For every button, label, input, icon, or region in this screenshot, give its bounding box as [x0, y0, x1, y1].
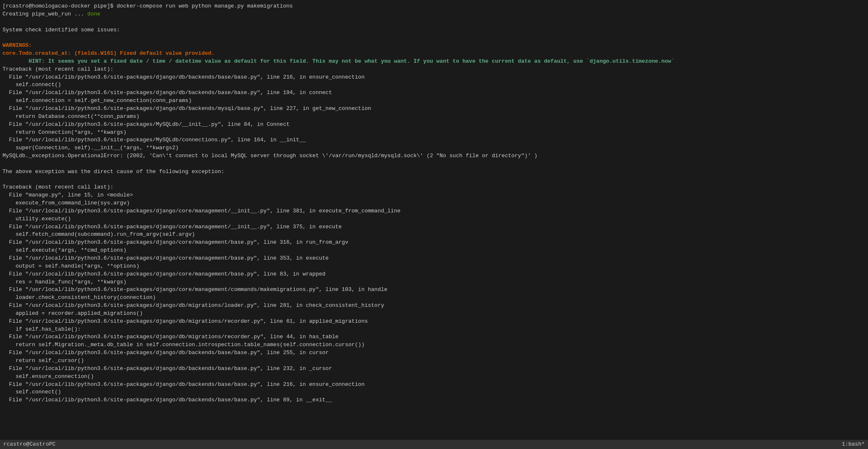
status-right-text: 1:bash*	[842, 441, 865, 449]
tb2-line-21: return self._cursor()	[3, 357, 865, 365]
tb1-line-5: return Database.connect(**conn_params)	[3, 113, 865, 121]
tb2-line-7: self.execute(*args, **cmd_options)	[3, 247, 865, 255]
tb2-line-12: File "/usr/local/lib/python3.6/site-pack…	[3, 286, 865, 294]
creating-plain: Creating pipe_web_run ...	[3, 11, 87, 17]
hint-line: HINT: It seems you set a fixed date / ti…	[3, 58, 865, 66]
tb1-line-2: File "/usr/local/lib/python3.6/site-pack…	[3, 89, 865, 97]
tb2-line-24: File "/usr/local/lib/python3.6/site-pack…	[3, 381, 865, 389]
tb2-line-23: self.ensure_connection()	[3, 373, 865, 381]
tb2-line-5: self.fetch_command(subcommand).run_from_…	[3, 231, 865, 239]
tb1-line-9: super(Connection, self).__init__(*args, …	[3, 144, 865, 152]
warning-field-line: core.Todo.created_at: (fields.W161) Fixe…	[3, 50, 865, 58]
tb2-line-10: File "/usr/local/lib/python3.6/site-pack…	[3, 270, 865, 278]
tb2-line-0: File "manage.py", line 15, in <module>	[3, 191, 865, 199]
tb2-line-1: execute_from_command_line(sys.argv)	[3, 199, 865, 207]
system-check-line: System check identified some issues:	[3, 26, 865, 34]
tb1-line-4: File "/usr/local/lib/python3.6/site-pack…	[3, 105, 865, 113]
tb2-line-13: loader.check_consistent_history(connecti…	[3, 294, 865, 302]
tb2-line-11: res = handle_func(*args, **kwargs)	[3, 278, 865, 286]
blank-line-1	[3, 18, 865, 26]
tb2-line-14: File "/usr/local/lib/python3.6/site-pack…	[3, 302, 865, 310]
traceback2-title: Traceback (most recent call last):	[3, 184, 865, 191]
tb2-line-9: output = self.handle(*args, **options)	[3, 263, 865, 270]
tb2-line-18: File "/usr/local/lib/python3.6/site-pack…	[3, 333, 865, 341]
creating-line: Creating pipe_web_run ... done	[3, 10, 865, 18]
tb2-line-20: File "/usr/local/lib/python3.6/site-pack…	[3, 349, 865, 357]
prompt-text: [rcastro@homologacao-docker pipe]$ docke…	[3, 3, 293, 9]
tb1-line-6: File "/usr/local/lib/python3.6/site-pack…	[3, 121, 865, 129]
above-exception-line: The above exception was the direct cause…	[3, 168, 865, 176]
blank-line-2	[3, 34, 865, 42]
traceback1-title: Traceback (most recent call last):	[3, 66, 865, 74]
tb2-line-2: File "/usr/local/lib/python3.6/site-pack…	[3, 207, 865, 215]
tb2-line-26: File "/usr/local/lib/python3.6/site-pack…	[3, 396, 865, 404]
tb2-line-3: utility.execute()	[3, 215, 865, 223]
tb2-line-4: File "/usr/local/lib/python3.6/site-pack…	[3, 223, 865, 231]
tb1-line-0: File "/usr/local/lib/python3.6/site-pack…	[3, 74, 865, 82]
warnings-title-line: WARNINGS:	[3, 42, 865, 50]
done-text: done	[87, 11, 100, 17]
tb2-line-16: File "/usr/local/lib/python3.6/site-pack…	[3, 318, 865, 326]
command-prompt-line: [rcastro@homologacao-docker pipe]$ docke…	[3, 3, 865, 10]
tb1-line-7: return Connection(*args, **kwargs)	[3, 129, 865, 137]
blank-line-4	[3, 176, 865, 184]
tb2-line-6: File "/usr/local/lib/python3.6/site-pack…	[3, 239, 865, 247]
status-bar: rcastro@CastroPC 1:bash*	[0, 440, 868, 449]
tb2-line-15: applied = recorder.applied_migrations()	[3, 310, 865, 318]
tb1-line-3: self.connection = self.get_new_connectio…	[3, 97, 865, 105]
blank-line-3	[3, 160, 865, 168]
tb2-line-22: File "/usr/local/lib/python3.6/site-pack…	[3, 365, 865, 373]
mysql-error-line: MySQLdb._exceptions.OperationalError: (2…	[3, 152, 865, 160]
tb2-line-25: self.connect()	[3, 388, 865, 396]
terminal-body: [rcastro@homologacao-docker pipe]$ docke…	[0, 2, 868, 440]
tb1-line-8: File "/usr/local/lib/python3.6/site-pack…	[3, 136, 865, 144]
tb2-line-19: return self.Migration._meta.db_table in …	[3, 341, 865, 349]
status-left-text: rcastro@CastroPC	[3, 441, 56, 449]
tb2-line-8: File "/usr/local/lib/python3.6/site-pack…	[3, 255, 865, 263]
tb2-line-17: if self.has_table():	[3, 326, 865, 334]
tb1-line-1: self.connect()	[3, 81, 865, 89]
terminal-window: [rcastro@homologacao-docker pipe]$ docke…	[0, 0, 868, 449]
